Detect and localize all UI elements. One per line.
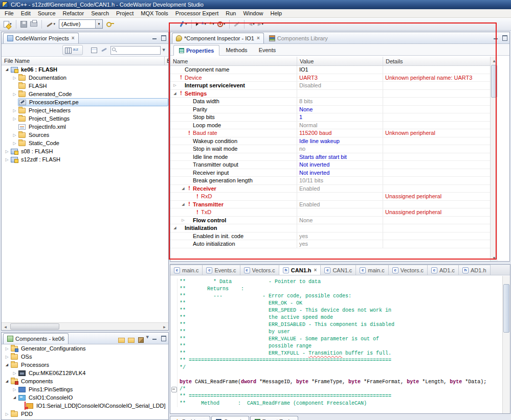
expander-closed-icon[interactable]: ▷ (11, 141, 18, 146)
editor-tab-vectors-c[interactable]: cVectors.c (389, 265, 428, 275)
bottom-tab-problems[interactable]: Problems (170, 416, 210, 420)
expander-open-icon[interactable]: ◢ (4, 67, 10, 72)
subtab-methods[interactable]: Methods (220, 44, 252, 55)
menu-item-project[interactable]: Project (113, 10, 137, 17)
property-row-txd[interactable]: !TxDUnassigned peripheral (170, 208, 490, 217)
property-row-receiver[interactable]: ◢!ReceiverEnabled (170, 185, 490, 193)
property-row-parity[interactable]: ParityNone (170, 106, 490, 114)
tab-component-inspector-io1[interactable]: *Component Inspector - IO1× (172, 33, 264, 43)
scrollbar-thumb[interactable] (503, 284, 509, 333)
expander-closed-icon[interactable]: ▷ (11, 76, 18, 80)
expander-closed-icon[interactable]: ▷ (4, 157, 10, 162)
tab-components-library[interactable]: Components Library (265, 33, 332, 43)
column-header-name[interactable]: Name (170, 57, 297, 65)
bottom-tab-console[interactable]: Console (211, 416, 249, 420)
tree-item-ke06-flash[interactable]: ◢ke06 : FLASH (2, 65, 168, 74)
scroll-up-icon[interactable]: ▲ (491, 57, 498, 64)
tree-item-generated-code[interactable]: ▷Generated_Code (2, 90, 168, 98)
sort-icon[interactable] (73, 46, 81, 54)
debug-config-button[interactable]: ▾ (178, 19, 188, 29)
build-button[interactable]: ▾ (45, 19, 57, 29)
property-row-device[interactable]: !DeviceUART3Unknown peripheral name: UAR… (170, 74, 490, 82)
maximize-view-icon[interactable] (160, 35, 166, 40)
tab-codewarrior-projects[interactable]: CodeWarrior Projects × (3, 33, 79, 43)
property-row-enabled-in-init-code[interactable]: Enabled in init. codeyes (170, 232, 490, 241)
property-row-idle-line-mode[interactable]: Idle line modeStarts after start bit (170, 153, 490, 161)
expander-open-icon[interactable]: ◢ (180, 202, 186, 206)
property-row-data-width[interactable]: Data width8 bits (170, 98, 490, 106)
profile-button[interactable]: *▾ (208, 19, 215, 29)
menu-item-processor-expert[interactable]: Processor Expert (172, 10, 222, 17)
tree-item-sources[interactable]: ▷Sources (2, 131, 168, 139)
close-icon[interactable]: × (257, 36, 260, 41)
tree-item-generator-configurations[interactable]: ▷Generator_Configurations (2, 344, 168, 353)
run-button[interactable]: *▾ (201, 19, 208, 29)
menu-item-source[interactable]: Source (34, 10, 59, 17)
expander-open-icon[interactable]: ◢ (172, 226, 178, 230)
bottom-tab-target-tasks[interactable]: Target Tasks (250, 416, 299, 420)
scroll-right-icon[interactable]: ▶ (161, 323, 168, 330)
property-row-transmitter-output[interactable]: Transmitter outputNot inverted (170, 161, 490, 169)
tree-item-oss[interactable]: ▷OSs (2, 353, 168, 361)
subtab-events[interactable]: Events (254, 44, 281, 55)
scroll-left-icon[interactable]: ◀ (2, 323, 9, 330)
editor-tab-can1-c[interactable]: cCAN1.c (321, 265, 356, 275)
code-editor[interactable]: ** * Data - Pointer to data** Returns :*… (170, 276, 502, 413)
menu-item-refactor[interactable]: Refactor (59, 10, 88, 17)
expander-closed-icon[interactable]: ▷ (11, 108, 18, 113)
property-row-break-generation-length[interactable]: Break generation length10/11 bits (170, 177, 490, 185)
chevron-down-icon[interactable]: ▾ (95, 20, 102, 28)
debug-target-button[interactable]: ▾ (216, 19, 227, 29)
tree-item-pins1-pinsettings[interactable]: ▷Pins1:PinSettings (2, 385, 168, 393)
editor-tab-main-c[interactable]: cmain.c (170, 265, 203, 275)
flash-programmer-button[interactable] (105, 19, 116, 29)
table-view-icon[interactable] (64, 46, 72, 54)
filter-input[interactable] (110, 46, 161, 55)
property-row-interrupt-service-event[interactable]: ▷Interrupt service/eventDisabled (170, 82, 490, 90)
projects-column-header[interactable]: File Name B (2, 57, 168, 65)
expander-open-icon[interactable]: ◢ (172, 91, 178, 96)
back-button[interactable]: ◀▾ (248, 19, 255, 29)
column-header-value[interactable]: Value (297, 57, 383, 65)
menu-item-search[interactable]: Search (87, 10, 113, 17)
tree-item-processorexpert-pe[interactable]: ProcessorExpert.pe (2, 98, 168, 106)
editor-tab-can1-h[interactable]: hCAN1.h× (279, 265, 321, 275)
expander-closed-icon[interactable]: ▷ (11, 116, 18, 121)
property-row-rxd[interactable]: !RxDUnassigned peripheral (170, 193, 490, 201)
minimize-view-icon[interactable] (493, 35, 499, 40)
menu-item-file[interactable]: File (1, 10, 17, 17)
collapse-all-icon[interactable] (90, 46, 98, 54)
expander-open-icon[interactable]: ◢ (4, 363, 10, 367)
tree-item-pdd[interactable]: ▷PDD (2, 410, 168, 418)
editor-tab-ad1-c[interactable]: cAD1.c (428, 265, 459, 275)
editor-tab-vectors-c[interactable]: cVectors.c (240, 265, 279, 275)
tab-components-ke06[interactable]: Components - ke06 (3, 333, 69, 344)
expander-closed-icon[interactable]: ▷ (4, 346, 10, 351)
editor-vertical-scrollbar[interactable] (502, 276, 510, 413)
property-row-settings[interactable]: ◢!Settings (170, 90, 490, 98)
minimize-view-icon[interactable] (151, 335, 158, 341)
menu-item-mqx-tools[interactable]: MQX Tools (137, 10, 172, 17)
tree-item-projectinfo-xml[interactable]: ProjectInfo.xml (2, 123, 168, 131)
expander-closed-icon[interactable]: ▷ (4, 355, 10, 359)
launch-config-combo[interactable]: (Active) ▾ (59, 19, 103, 29)
property-row-receiver-input[interactable]: Receiver inputNot inverted (170, 169, 490, 177)
menu-item-window[interactable]: Window (239, 10, 266, 17)
property-row-initialization[interactable]: ◢Initialization (170, 224, 490, 232)
expander-closed-icon[interactable]: ▷ (11, 371, 18, 376)
tree-item-csio1-consoleio[interactable]: ◢CsIO1:ConsoleIO (2, 393, 168, 402)
property-row-wakeup-condition[interactable]: Wakeup conditionIdle line wakeup (170, 137, 490, 146)
subtab-properties[interactable]: Properties (173, 45, 219, 56)
expander-closed-icon[interactable]: ▷ (180, 218, 186, 222)
save-button[interactable] (19, 19, 28, 29)
tree-item-s08-flash[interactable]: ▷s08 : FLASH (2, 147, 168, 155)
tree-item-components[interactable]: ◢Components (2, 377, 168, 385)
package-icon[interactable] (137, 335, 144, 342)
add-component-icon[interactable] (117, 335, 124, 342)
expander-open-icon[interactable]: ◢ (11, 395, 18, 400)
close-icon[interactable]: × (72, 36, 75, 41)
minimize-view-icon[interactable] (151, 35, 158, 40)
horizontal-scrollbar[interactable]: ◀ ▶ (2, 322, 168, 330)
tree-item-project-settings[interactable]: ▷Project_Settings (2, 114, 168, 123)
menu-item-run[interactable]: Run (222, 10, 239, 17)
